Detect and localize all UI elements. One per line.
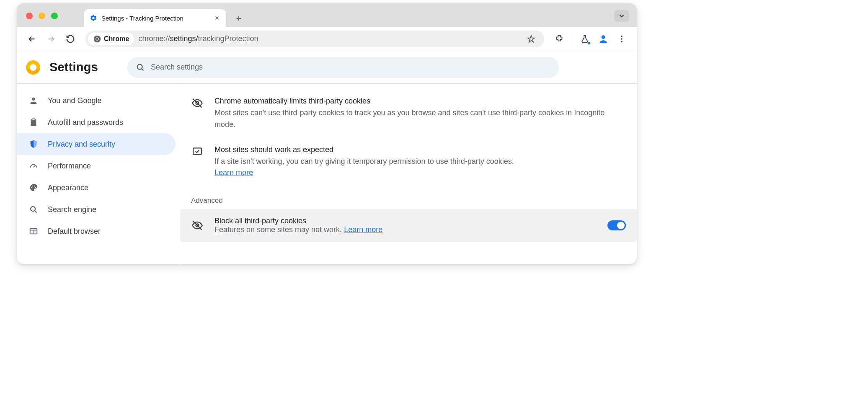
shield-icon (28, 140, 39, 149)
forward-button[interactable] (43, 31, 59, 47)
sidebar-item-appearance[interactable]: Appearance (17, 177, 176, 199)
sidebar-label: Privacy and security (48, 140, 167, 149)
learn-more-link[interactable]: Learn more (344, 225, 382, 234)
svg-point-9 (31, 187, 32, 188)
toggle-title: Block all third-party cookies (214, 217, 597, 225)
search-settings-box[interactable] (127, 57, 559, 78)
site-chip-label: Chrome (104, 35, 129, 43)
svg-point-8 (32, 98, 35, 101)
check-box-icon (191, 146, 204, 179)
close-window-button[interactable] (26, 13, 33, 19)
sidebar-label: You and Google (48, 96, 167, 105)
sidebar-label: Search engine (48, 205, 167, 214)
reload-button[interactable] (62, 31, 79, 47)
settings-body: You and Google Autofill and passwords Pr… (17, 84, 637, 264)
notification-dot (587, 41, 591, 45)
svg-point-7 (137, 64, 142, 69)
info-title: Chrome automatically limits third-party … (214, 96, 626, 107)
divider (572, 34, 572, 44)
svg-rect-16 (193, 148, 202, 154)
extensions-icon[interactable] (551, 31, 568, 47)
settings-title: Settings (49, 60, 98, 74)
browser-window: Settings - Tracking Protection C (17, 3, 637, 264)
bookmark-icon[interactable] (527, 34, 536, 44)
eye-off-icon (191, 220, 204, 231)
close-tab-icon[interactable] (214, 15, 220, 21)
url-text: chrome://settings/trackingProtection (138, 34, 258, 43)
browser-tab[interactable]: Settings - Tracking Protection (84, 9, 226, 27)
window-icon (28, 227, 39, 236)
svg-point-12 (35, 187, 36, 188)
info-sites-work: Most sites should work as expected If a … (191, 140, 626, 189)
learn-more-link[interactable]: Learn more (214, 168, 253, 177)
section-header-advanced: Advanced (191, 196, 626, 205)
clipboard-icon (28, 118, 39, 127)
person-icon (28, 96, 39, 105)
sidebar-label: Default browser (48, 227, 167, 236)
gauge-icon (28, 161, 39, 171)
sidebar-item-autofill[interactable]: Autofill and passwords (17, 111, 176, 133)
toggle-desc: Features on some sites may not work. Lea… (214, 225, 597, 234)
sidebar-item-default-browser[interactable]: Default browser (17, 220, 176, 242)
sidebar-item-privacy-security[interactable]: Privacy and security (17, 133, 176, 155)
new-tab-button[interactable] (232, 12, 245, 25)
svg-point-10 (32, 186, 33, 186)
gear-icon (90, 14, 97, 22)
svg-point-13 (31, 207, 35, 211)
eye-off-icon (191, 97, 204, 131)
tab-title: Settings - Tracking Protection (101, 15, 209, 22)
svg-point-11 (34, 186, 35, 186)
info-desc: Most sites can't use third-party cookies… (214, 107, 626, 131)
tab-search-button[interactable] (614, 10, 629, 22)
menu-button[interactable] (613, 31, 630, 47)
minimize-window-button[interactable] (39, 13, 45, 19)
svg-point-6 (621, 41, 623, 42)
site-chip[interactable]: Chrome (88, 33, 134, 45)
block-all-cookies-row: Block all third-party cookies Features o… (180, 209, 637, 242)
info-limit-cookies: Chrome automatically limits third-party … (191, 91, 626, 140)
svg-point-2 (96, 38, 98, 40)
chrome-logo (26, 60, 40, 75)
info-title: Most sites should work as expected (214, 144, 514, 156)
sidebar: You and Google Autofill and passwords Pr… (17, 84, 180, 264)
window-controls (26, 13, 58, 19)
maximize-window-button[interactable] (51, 13, 58, 19)
sidebar-item-search-engine[interactable]: Search engine (17, 199, 176, 220)
back-button[interactable] (23, 31, 40, 47)
search-icon (28, 205, 39, 214)
svg-point-3 (602, 35, 605, 39)
palette-icon (28, 183, 39, 192)
sidebar-label: Autofill and passwords (48, 118, 167, 127)
content-area: Chrome automatically limits third-party … (180, 84, 637, 264)
toolbar: Chrome chrome://settings/trackingProtect… (17, 27, 637, 51)
sidebar-item-performance[interactable]: Performance (17, 155, 176, 177)
search-icon (136, 63, 145, 72)
search-settings-input[interactable] (151, 63, 550, 72)
sidebar-label: Appearance (48, 183, 167, 192)
profile-button[interactable] (595, 31, 612, 47)
settings-header: Settings (17, 51, 637, 84)
svg-point-5 (621, 38, 623, 40)
labs-icon[interactable] (576, 31, 593, 47)
info-desc: If a site isn't working, you can try giv… (214, 156, 514, 168)
sidebar-item-you-and-google[interactable]: You and Google (17, 90, 176, 111)
block-all-cookies-toggle[interactable] (607, 220, 626, 230)
sidebar-label: Performance (48, 162, 167, 171)
svg-point-4 (621, 35, 623, 37)
tab-strip: Settings - Tracking Protection (17, 3, 637, 27)
address-bar[interactable]: Chrome chrome://settings/trackingProtect… (85, 31, 544, 47)
avatar-icon (598, 34, 609, 44)
